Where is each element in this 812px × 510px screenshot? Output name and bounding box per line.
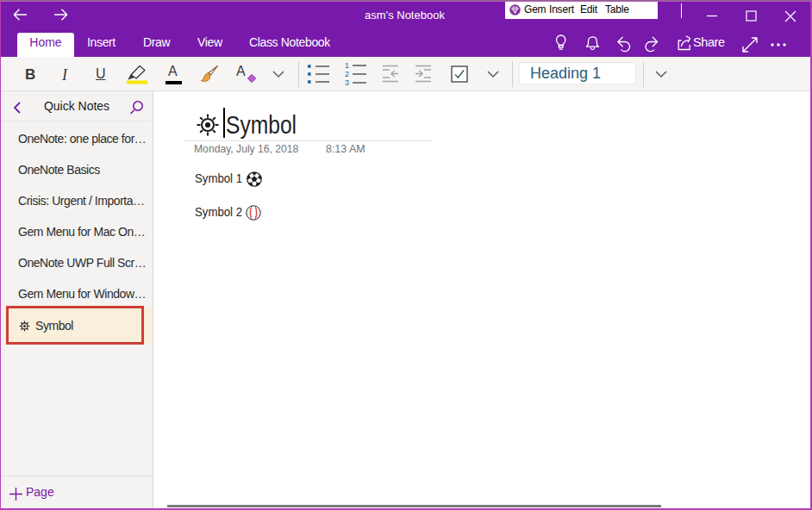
svg-text:3: 3 [345,78,349,87]
svg-text:2: 2 [345,70,349,78]
svg-text:1: 1 [345,61,349,70]
